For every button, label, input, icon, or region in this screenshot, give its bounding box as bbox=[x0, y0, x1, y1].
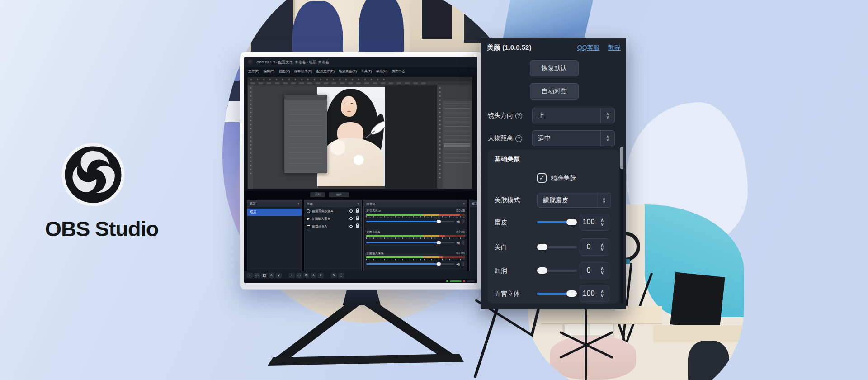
add-icon[interactable]: + bbox=[247, 273, 253, 278]
person-distance-select[interactable]: 适中 ∧∨ bbox=[532, 130, 615, 146]
chair-silhouette bbox=[688, 341, 729, 380]
channel-menu-icon[interactable]: ⋮ bbox=[462, 261, 465, 266]
menu-tools[interactable]: 工具(T) bbox=[361, 69, 372, 74]
smoothing-value[interactable]: 100∧∨ bbox=[580, 214, 609, 231]
panel-scrollbar[interactable] bbox=[620, 146, 623, 303]
ps-pasteboard bbox=[385, 86, 437, 189]
channel-menu-icon[interactable]: ⋮ bbox=[462, 219, 465, 224]
move-down-icon[interactable]: ∨ bbox=[276, 273, 282, 278]
scenes-dock-title: 场景 bbox=[250, 202, 256, 206]
remove-icon[interactable]: ▭ bbox=[296, 273, 302, 278]
spinner-chevrons-icon[interactable]: ∧∨ bbox=[597, 266, 609, 275]
advanced-audio-icon[interactable]: ⋮ bbox=[338, 273, 344, 278]
camera-direction-select[interactable]: 上 ∧∨ bbox=[532, 108, 615, 124]
skin-mode-select[interactable]: 朦胧磨皮 ∧∨ bbox=[537, 193, 611, 208]
obs-app-icon bbox=[248, 59, 254, 65]
properties-icon[interactable]: ◧ bbox=[261, 273, 267, 278]
lips bbox=[347, 111, 351, 112]
meter-ticks bbox=[366, 238, 465, 239]
speaker-icon[interactable]: ◀) bbox=[456, 262, 460, 266]
preview-tab[interactable]: 编辑 bbox=[329, 192, 349, 197]
speaker-icon[interactable]: ◀) bbox=[456, 220, 460, 223]
add-icon[interactable]: + bbox=[289, 273, 295, 278]
cpu-pill bbox=[467, 280, 475, 282]
volume-meter bbox=[366, 235, 465, 237]
menu-help[interactable]: 帮助(H) bbox=[376, 69, 387, 74]
move-up-icon[interactable]: ∧ bbox=[269, 273, 274, 278]
move-down-icon[interactable]: ∨ bbox=[318, 273, 324, 278]
dock-menu-icon[interactable]: ▾ bbox=[357, 202, 359, 206]
help-icon[interactable]: ? bbox=[515, 135, 522, 142]
scenes-dock: 场景▾ 场景 bbox=[247, 200, 302, 271]
qq-support-link[interactable]: QQ客服 bbox=[577, 44, 600, 51]
help-icon[interactable]: ? bbox=[515, 113, 522, 119]
source-row[interactable]: 音频输入采集 bbox=[304, 215, 361, 223]
menu-profile[interactable]: 配置文件(P) bbox=[316, 69, 335, 74]
spinner-chevrons-icon[interactable]: ∧∨ bbox=[597, 193, 611, 207]
filters-icon[interactable]: ✎ bbox=[331, 273, 337, 278]
lock-icon[interactable] bbox=[356, 210, 359, 213]
source-row[interactable]: 窗口采集A bbox=[304, 223, 361, 230]
mixer-channel: 麦克风/Aux0.0 dB ◀)⋮ bbox=[366, 209, 465, 224]
spinner-chevrons-icon[interactable]: ∧∨ bbox=[600, 131, 614, 146]
menu-scene-collection[interactable]: 场景集合(S) bbox=[339, 69, 357, 74]
volume-slider[interactable] bbox=[366, 221, 454, 222]
remove-icon[interactable]: ▭ bbox=[254, 273, 260, 278]
photoshop-window-capture bbox=[247, 77, 472, 189]
select-value: 适中 bbox=[533, 134, 600, 142]
spinner-chevrons-icon[interactable]: ∧∨ bbox=[597, 290, 609, 298]
spinner-chevrons-icon[interactable]: ∧∨ bbox=[597, 243, 609, 251]
beauty-panel-title: 美颜 (1.0.0.52) bbox=[487, 43, 531, 52]
move-up-icon[interactable]: ∧ bbox=[311, 273, 316, 278]
face-3d-value[interactable]: 100∧∨ bbox=[580, 285, 609, 302]
menu-file[interactable]: 文件(F) bbox=[248, 69, 259, 74]
spinner-chevrons-icon[interactable]: ∧∨ bbox=[597, 218, 609, 226]
channel-name: 音频输入采集 bbox=[366, 252, 384, 256]
lock-icon[interactable] bbox=[356, 225, 359, 228]
ps-toolbar bbox=[248, 86, 253, 189]
source-label: 音频输入采集 bbox=[311, 217, 347, 221]
lock-icon[interactable] bbox=[356, 218, 359, 220]
source-label: 视频采集设备A bbox=[312, 209, 347, 214]
stage: OBS Studio OBS 29.1.3 - 配置文件: 未命名 - 场景: … bbox=[0, 0, 868, 380]
dock-menu-icon[interactable]: ▾ bbox=[297, 202, 299, 206]
media-icon bbox=[307, 217, 310, 221]
select-value: 上 bbox=[533, 112, 600, 120]
tutorial-link[interactable]: 教程 bbox=[608, 44, 621, 51]
source-row[interactable]: 视频采集设备A bbox=[304, 207, 361, 215]
portrait-photo bbox=[317, 87, 385, 186]
whitening-value[interactable]: 0∧∨ bbox=[580, 238, 609, 256]
ps-menubar bbox=[248, 77, 472, 81]
speaker-icon[interactable]: ◀) bbox=[456, 241, 460, 245]
precise-skin-checkbox[interactable]: ✓ bbox=[537, 173, 547, 183]
obs-window-title: OBS 29.1.3 - 配置文件: 未命名 - 场景: 未命名 bbox=[256, 60, 329, 65]
menu-edit[interactable]: 编辑(E) bbox=[264, 69, 275, 74]
skin-mode-label: 美肤模式 bbox=[495, 196, 520, 204]
face-3d-slider[interactable] bbox=[537, 290, 577, 297]
eye bbox=[344, 104, 346, 104]
channel-db: 0.0 dB bbox=[456, 230, 465, 234]
side-desk bbox=[653, 325, 744, 343]
menu-docks[interactable]: 停靠部件(D) bbox=[294, 69, 312, 74]
channel-menu-icon[interactable]: ⋮ bbox=[462, 240, 465, 245]
volume-slider[interactable] bbox=[366, 242, 454, 243]
visibility-eye-icon[interactable] bbox=[349, 209, 353, 213]
visibility-eye-icon[interactable] bbox=[349, 217, 353, 221]
preview-tab[interactable]: 实时 bbox=[310, 192, 326, 197]
dock-menu-icon[interactable]: ▾ bbox=[463, 202, 465, 206]
autofocus-button[interactable]: 自动对焦 bbox=[530, 83, 579, 100]
menu-view[interactable]: 视图(V) bbox=[279, 69, 290, 74]
rosy-value[interactable]: 0∧∨ bbox=[580, 262, 609, 279]
rosy-slider[interactable] bbox=[537, 267, 577, 274]
volume-slider[interactable] bbox=[366, 263, 454, 265]
menu-plugin-center[interactable]: 插件中心 bbox=[392, 69, 405, 74]
scrollbar-thumb[interactable] bbox=[620, 147, 623, 169]
scene-row-selected[interactable]: 场景 bbox=[247, 209, 302, 216]
spinner-chevrons-icon[interactable]: ∧∨ bbox=[600, 108, 614, 123]
smoothing-slider[interactable] bbox=[537, 219, 577, 225]
gear-icon[interactable]: ⚙ bbox=[303, 273, 309, 278]
ps-panel-icons bbox=[437, 86, 443, 189]
whitening-slider[interactable] bbox=[537, 244, 577, 250]
restore-defaults-button[interactable]: 恢复默认 bbox=[530, 60, 579, 76]
visibility-eye-icon[interactable] bbox=[349, 224, 353, 228]
